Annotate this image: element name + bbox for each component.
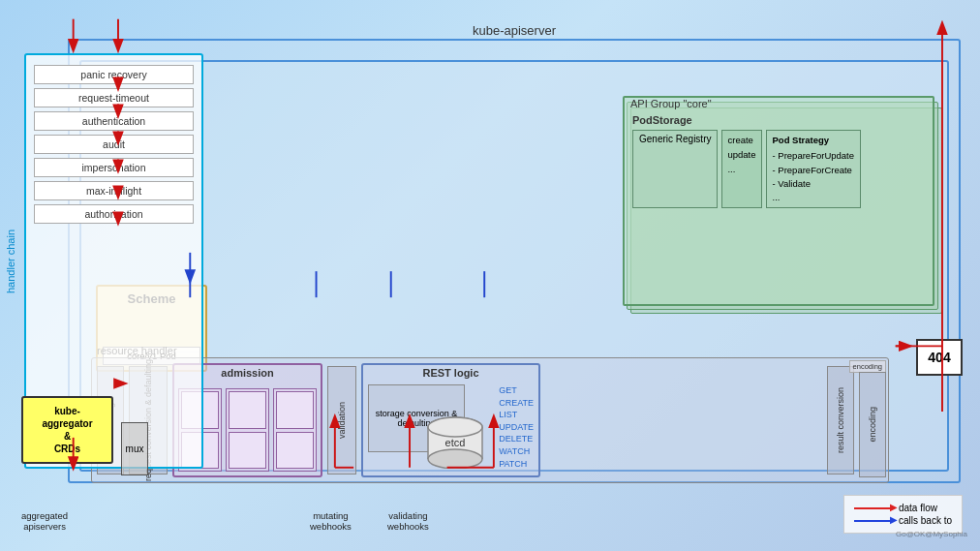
adm-col-3: [273, 388, 317, 472]
result-conv-label: result conversion: [836, 387, 845, 453]
adm-cell-3: [229, 391, 266, 429]
pod-strategy-item3: - Validate: [773, 177, 854, 191]
mux-box: mux: [121, 422, 148, 475]
validating-label: validatingwebhooks: [387, 510, 429, 532]
pod-strategy-item2: - PrepareForCreate: [773, 164, 854, 177]
pod-strategy-item4: ...: [773, 191, 854, 204]
kube-aggregator-box: kube-aggregator&CRDs: [21, 396, 113, 464]
adm-cell-6: [276, 432, 314, 470]
handler-max-in-flight: max-in-flight: [34, 181, 194, 200]
encoding-label: encoding: [868, 407, 877, 443]
red-arrow-icon: [854, 507, 893, 509]
box-404: 404: [916, 339, 963, 376]
api-group-label: API Group "core": [625, 95, 718, 112]
kube-aggregator-label: kube-aggregator&CRDs: [42, 405, 92, 455]
handler-audit: audit: [34, 135, 194, 154]
adm-cell-4: [229, 432, 266, 470]
pod-storage-label: PodStorage: [632, 114, 925, 126]
verb-update: UPDATE: [499, 421, 534, 434]
verb-list: LIST: [499, 409, 534, 421]
rest-logic-label: REST logic: [363, 365, 538, 381]
svg-point-5: [428, 417, 482, 437]
result-conv-box: result conversion: [827, 366, 854, 474]
encoding-box: encoding: [859, 372, 886, 477]
handler-items-container: panic recovery request-timeout authentic…: [26, 65, 201, 224]
resource-handler-box: resource handler decoding request conver…: [91, 357, 889, 483]
verb-delete: DELETE: [499, 433, 534, 445]
etcd-container: etcd: [426, 415, 484, 469]
handler-chain-label: handler chain: [5, 229, 16, 292]
handler-panic-recovery: panic recovery: [34, 65, 194, 84]
kube-apiserver-label: kube-apiserver: [473, 23, 556, 38]
svg-text:etcd: etcd: [445, 437, 466, 448]
crud-ellipsis: ...: [727, 162, 755, 176]
etcd-svg: etcd: [426, 415, 484, 469]
data-flow-label: data flow: [899, 503, 937, 513]
svg-point-4: [428, 449, 482, 469]
adm-col-2: [226, 388, 269, 472]
handler-authentication: authentication: [34, 111, 194, 131]
verb-create: CREATE: [499, 397, 534, 410]
aggregated-label: aggregatedapiservers: [21, 510, 68, 532]
verb-get: GET: [499, 384, 534, 397]
crud-create: create: [727, 133, 755, 147]
rest-verbs: GET CREATE LIST UPDATE DELETE WATCH PATC…: [499, 384, 534, 470]
pod-strategy-label: Pod Strategy: [773, 134, 854, 147]
legend-data-flow: data flow: [854, 503, 952, 513]
validation-box: validation: [327, 366, 356, 474]
mutating-label: mutatingwebhooks: [310, 510, 352, 532]
generic-registry-box: Generic Registry: [632, 130, 718, 208]
crud-update: update: [727, 147, 755, 162]
pod-strategy-item1: - PrepareForUpdate: [773, 149, 854, 163]
watermark: Go@OK@MySophia: [896, 530, 967, 538]
pod-strategy-box: Pod Strategy - PrepareForUpdate - Prepar…: [766, 130, 861, 208]
verb-patch: PATCH: [499, 458, 534, 471]
blue-arrow-icon: [854, 520, 893, 522]
404-label: 404: [928, 350, 950, 365]
verb-watch: WATCH: [499, 445, 534, 458]
handler-authorization: authorization: [34, 204, 194, 224]
legend: data flow calls back to: [843, 495, 963, 534]
crud-box: create update ...: [721, 130, 761, 208]
calls-back-label: calls back to: [899, 515, 952, 526]
api-group-stack: API Group "core" PodStorage Generic Regi…: [623, 96, 942, 314]
handler-request-timeout: request-timeout: [34, 88, 194, 107]
handler-impersonation: impersonation: [34, 158, 194, 177]
legend-calls-back: calls back to: [854, 515, 952, 526]
mux-label: mux: [126, 444, 144, 454]
adm-cell-5: [276, 391, 314, 429]
main-container: kube-apiserver apiserver API Group "core…: [10, 10, 970, 541]
apiserver-box: apiserver API Group "core" PodStorage Ge…: [79, 60, 949, 472]
validation-label: validation: [337, 402, 347, 439]
